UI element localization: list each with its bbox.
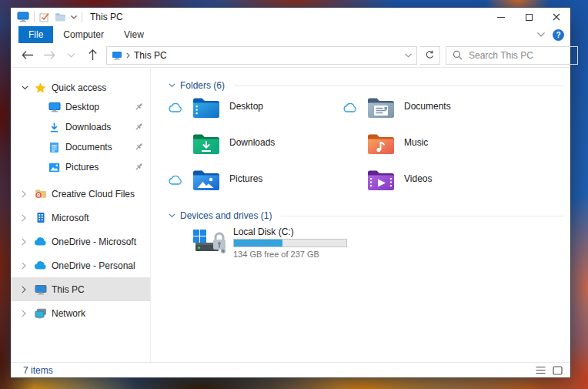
maximize-button[interactable] <box>515 8 543 26</box>
chevron-right-icon[interactable] <box>22 214 29 222</box>
pin-icon <box>135 163 144 172</box>
sidebar-item-creative-cloud-files[interactable]: Creative Cloud Files <box>11 182 150 206</box>
folder-label: Pictures <box>229 173 262 184</box>
sidebar-item-onedrive-microsoft[interactable]: OneDrive - Microsoft <box>11 230 150 253</box>
items-count: 7 items <box>23 365 53 376</box>
sidebar-item-label: Pictures <box>65 162 99 173</box>
folder-tile-music[interactable]: Music <box>343 132 518 162</box>
onedrive-cloud-icon <box>34 261 47 270</box>
sidebar-item-label: Desktop <box>65 102 99 112</box>
folder-label: Documents <box>404 101 451 112</box>
tab-view[interactable]: View <box>114 26 154 43</box>
folder-tile-downloads[interactable]: Downloads <box>169 132 343 162</box>
pin-icon <box>135 143 144 152</box>
breadcrumb-separator-icon <box>126 52 130 59</box>
onedrive-sync-status-icon <box>343 96 366 112</box>
address-bar[interactable]: This PC <box>106 46 417 65</box>
back-button[interactable] <box>18 46 37 65</box>
minimize-button[interactable] <box>487 8 515 26</box>
computer-icon <box>112 51 122 60</box>
drive-tile-local-disk-c[interactable]: Local Disk (C:) 134 GB free of 237 GB <box>192 226 564 259</box>
ribbon-tab-bar: File Computer View ? <box>11 26 570 43</box>
file-explorer-window: This PC File Computer View ? <box>11 8 570 377</box>
help-icon[interactable]: ? <box>553 29 564 41</box>
tab-file[interactable]: File <box>18 26 53 43</box>
large-icons-view-icon[interactable] <box>553 366 563 375</box>
search-bar[interactable] <box>446 46 578 65</box>
star-icon <box>34 82 47 93</box>
drive-usage-fill <box>234 240 282 246</box>
folder-tile-videos[interactable]: Videos <box>343 169 518 198</box>
this-pc-app-icon <box>17 12 29 22</box>
sidebar-item-label: Microsoft <box>52 213 89 223</box>
sidebar-item-pictures[interactable]: Pictures <box>11 157 150 177</box>
close-button[interactable] <box>543 8 570 26</box>
tab-computer[interactable]: Computer <box>53 26 114 43</box>
breadcrumb[interactable]: This PC <box>134 50 167 61</box>
cloud-placeholder <box>343 169 366 176</box>
navigation-toolbar: This PC <box>11 43 570 68</box>
computer-icon <box>34 284 47 295</box>
sidebar-item-quick-access[interactable]: Quick access <box>11 79 150 97</box>
downloads-icon <box>48 122 61 133</box>
desktop-wallpaper: { "titlebar": { "title": "This PC" }, "r… <box>0 0 588 389</box>
title-bar[interactable]: This PC <box>11 8 570 26</box>
group-header-folders[interactable]: Folders (6) <box>169 79 564 92</box>
refresh-button[interactable] <box>420 46 440 65</box>
maximize-icon <box>526 14 533 21</box>
new-folder-icon[interactable] <box>55 12 66 22</box>
folder-label: Music <box>404 137 428 148</box>
microsoft-icon <box>34 212 47 223</box>
sidebar-item-downloads[interactable]: Downloads <box>11 117 150 137</box>
recent-locations-icon[interactable] <box>62 46 80 65</box>
search-input[interactable] <box>469 50 561 61</box>
quick-access-toolbar: This PC <box>17 12 123 22</box>
chevron-down-icon[interactable] <box>169 83 175 88</box>
group-label: Devices and drives (1) <box>180 210 272 221</box>
sidebar-item-onedrive-personal[interactable]: OneDrive - Personal <box>11 253 150 277</box>
sidebar-item-label: This PC <box>52 284 85 295</box>
up-button[interactable] <box>83 46 102 65</box>
drive-capacity-text: 134 GB free of 237 GB <box>233 250 347 259</box>
chevron-right-icon[interactable] <box>22 286 29 293</box>
details-view-icon[interactable] <box>536 366 546 374</box>
folder-label: Desktop <box>229 101 263 112</box>
status-bar: 7 items <box>11 362 570 377</box>
group-label: Folders (6) <box>180 80 225 91</box>
folder-tile-desktop[interactable]: Desktop <box>169 96 343 126</box>
sidebar-item-documents[interactable]: Documents <box>11 137 150 157</box>
chevron-down-icon[interactable] <box>169 213 175 218</box>
chevron-right-icon[interactable] <box>22 238 29 246</box>
minimize-icon <box>497 17 505 18</box>
window-controls <box>487 8 570 26</box>
onedrive-sync-status-icon <box>169 96 192 112</box>
pin-icon <box>135 102 144 112</box>
sidebar-item-microsoft[interactable]: Microsoft <box>11 206 150 230</box>
drive-usage-bar <box>233 239 347 247</box>
chevron-down-icon[interactable] <box>22 86 29 90</box>
folder-tile-pictures[interactable]: Pictures <box>169 169 343 198</box>
videos-folder-icon <box>366 169 396 193</box>
sidebar-item-this-pc[interactable]: This PC <box>11 277 150 301</box>
sidebar-item-label: Quick access <box>52 82 106 93</box>
chevron-right-icon[interactable] <box>22 310 29 317</box>
chevron-right-icon[interactable] <box>22 262 29 270</box>
address-dropdown-icon[interactable] <box>405 53 412 58</box>
properties-checkbox-icon[interactable] <box>39 12 50 22</box>
close-icon <box>553 13 560 21</box>
folder-tile-documents[interactable]: Documents <box>343 96 518 126</box>
music-folder-icon <box>366 132 396 156</box>
group-header-devices[interactable]: Devices and drives (1) <box>169 209 564 223</box>
creative-cloud-folder-icon <box>34 189 47 199</box>
folder-label: Downloads <box>229 137 275 148</box>
sidebar-item-network[interactable]: Network <box>11 301 150 325</box>
toolbar-separator <box>82 12 82 22</box>
documents-icon <box>48 142 61 153</box>
qat-dropdown-icon[interactable] <box>71 15 77 19</box>
chevron-right-icon[interactable] <box>22 190 29 198</box>
collapse-ribbon-icon[interactable] <box>537 32 545 37</box>
pin-icon <box>135 122 144 132</box>
forward-button[interactable] <box>40 46 58 65</box>
sidebar-item-desktop[interactable]: Desktop <box>11 97 150 117</box>
search-icon <box>453 50 463 60</box>
